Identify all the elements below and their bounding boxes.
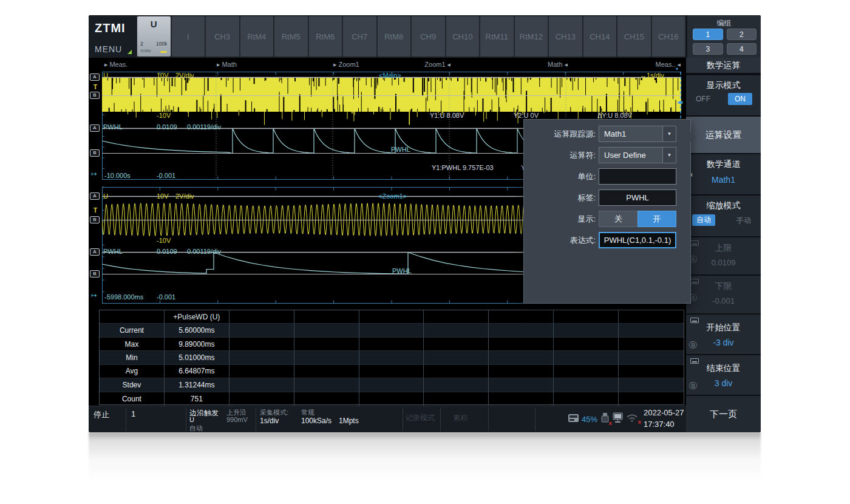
wave3-bottom-scale: -10V	[157, 237, 171, 244]
group-button-4[interactable]: 4	[727, 43, 757, 55]
display-off-button[interactable]: 关	[599, 211, 638, 227]
tab-channel-ch15[interactable]: CH15	[617, 16, 651, 56]
wave4-time-left: -5998.000ms	[104, 293, 143, 301]
sidebar-item-end-position[interactable]: Ⓑ 结束位置 3 div	[686, 355, 761, 395]
display-label: 显示:	[524, 214, 596, 225]
channel-name: U	[137, 19, 171, 29]
table-cell-empty	[424, 365, 489, 378]
tab-channel-ch3[interactable]: CH3	[206, 16, 239, 56]
trigger-marker[interactable]: T	[93, 207, 97, 214]
table-cell-empty	[359, 365, 424, 378]
cursor-a-marker[interactable]: A	[90, 192, 100, 200]
sidebar-item-upper-limit: Ⓐ 上限 0.0109	[686, 237, 761, 274]
expression-input[interactable]: PWHL(C1,0.1,-0.1)	[599, 232, 676, 248]
usb-icon: ×	[600, 412, 610, 426]
tag-input[interactable]: PWHL	[599, 189, 676, 206]
tab-channel-rtm5[interactable]: RtM5	[274, 16, 308, 56]
table-cell-empty	[229, 338, 294, 351]
table-cell-empty	[294, 351, 359, 364]
sidebar-item-start-position[interactable]: Ⓑ 开始位置 -3 div	[686, 315, 761, 354]
unit-input[interactable]	[599, 168, 676, 185]
chevron-down-icon[interactable]: ▼	[662, 126, 676, 141]
table-cell-empty	[294, 378, 359, 392]
tab-channel-rtm6[interactable]: RtM6	[309, 16, 342, 56]
source-value: Math1	[599, 129, 662, 138]
lower-limit-value: -0.001	[686, 296, 761, 305]
tab-channel-ch10[interactable]: CH10	[446, 16, 480, 56]
range-drop-icon[interactable]: ▾	[676, 66, 678, 72]
table-cell-empty	[619, 378, 684, 392]
tab-channel-rtm11[interactable]: RtM11	[480, 16, 514, 56]
sidebar-item-math-setting[interactable]: ◀ 运算设置	[686, 117, 761, 153]
sidebar-item-scale-mode[interactable]: 缩放模式 自动 手动	[686, 196, 761, 236]
tab-channel-ch13[interactable]: CH13	[549, 16, 582, 56]
cursor-b-marker[interactable]: B	[90, 270, 100, 278]
table-cell-empty	[554, 378, 619, 392]
sidebar-item-display-mode[interactable]: 显示模式 OFF ON	[686, 75, 761, 115]
display-mode-off[interactable]: OFF	[696, 95, 710, 103]
wave1-readout-dy: ΔY:U 8.08V	[597, 112, 632, 119]
table-cell-empty	[294, 338, 359, 351]
sidebar-item-next-page[interactable]: 下一页	[686, 396, 761, 432]
wave4-top-scale: 0.0109	[157, 248, 177, 255]
table-cell-empty	[619, 310, 684, 324]
table-row-label: Current	[100, 324, 165, 337]
tab-channel-rtm4[interactable]: RtM4	[240, 16, 274, 56]
trigger-source: U	[189, 416, 194, 423]
table-cell-empty	[424, 351, 489, 364]
table-cell-empty	[229, 310, 294, 324]
zoom-range-handle-icon[interactable]: ◀■	[677, 100, 682, 105]
tab-channel-ch7[interactable]: CH7	[343, 16, 376, 56]
table-row-label: Count	[100, 392, 165, 406]
group-button-2[interactable]: 2	[727, 29, 757, 40]
chevron-down-icon[interactable]: ▼	[662, 148, 676, 163]
operator-select[interactable]: User Define ▼	[599, 147, 676, 163]
tab-channel-u[interactable]: U 2 V/div 100k	[137, 16, 171, 56]
menu-corner-icon	[127, 50, 132, 54]
table-cell-empty	[229, 324, 294, 337]
tab-channel-rtm12[interactable]: RtM12	[515, 16, 548, 56]
cursor-b-marker[interactable]: B	[90, 149, 100, 157]
cursor-a-marker[interactable]: A	[90, 124, 100, 132]
table-cell-empty	[424, 324, 489, 337]
cursor-b-marker[interactable]: B	[90, 92, 100, 99]
tab-channel-i[interactable]: I	[172, 16, 205, 56]
cursor-b-marker[interactable]: B	[90, 216, 100, 223]
group-button-3[interactable]: 3	[693, 43, 723, 55]
end-position-title: 结束位置	[686, 363, 761, 374]
tab-channel-ch16[interactable]: CH16	[652, 16, 685, 56]
scale-mode-manual[interactable]: 手动	[736, 216, 751, 226]
table-cell-empty	[489, 392, 554, 406]
wave2-bottom-scale: -0.001	[157, 172, 175, 179]
source-select[interactable]: Math1 ▼	[599, 126, 676, 142]
table-cell-empty	[554, 365, 619, 378]
cursor-a-marker[interactable]: A	[90, 73, 100, 81]
grouping-buttons: 1234	[693, 29, 756, 55]
sidebar-title: 数学运算	[686, 58, 761, 74]
sidebar-item-math-channel[interactable]: ◀ 数学通道 Math1	[686, 154, 761, 194]
tab-channel-rtm8[interactable]: RtM8	[378, 16, 411, 56]
table-cell-empty	[489, 324, 554, 337]
zone-label-zoom1: ▶ Zoom1	[333, 61, 359, 68]
scale-mode-auto[interactable]: 自动	[692, 214, 715, 226]
table-cell-empty	[424, 378, 489, 392]
table-cell-empty	[229, 392, 294, 406]
zone-label-math: ▶ Math	[217, 61, 237, 68]
display-on-button[interactable]: 开	[638, 211, 677, 227]
channel-tab-strip: U 2 V/div 100k ICH3RtM4RtM5RtM6CH7RtM8CH…	[137, 16, 685, 56]
tab-channel-ch14[interactable]: CH14	[583, 16, 617, 56]
run-state: 停止	[93, 409, 109, 420]
table-cell-value: 9.89000ms	[165, 338, 229, 351]
group-button-1[interactable]: 1	[693, 29, 723, 40]
channel-points: 100k	[156, 41, 167, 47]
display-mode-on[interactable]: ON	[728, 93, 752, 105]
trigger-marker[interactable]: T	[93, 84, 97, 90]
cursor-a-marker[interactable]: A	[90, 248, 100, 256]
trigger-position-icon: ↦	[91, 170, 97, 178]
device-reflection	[89, 432, 761, 481]
tab-channel-ch9[interactable]: CH9	[412, 16, 445, 56]
table-cell-empty	[359, 378, 424, 392]
acq-points: 1Mpts	[339, 417, 359, 425]
math-operation-dialog: 运算跟踪源: Math1 ▼ 运算符: User Define ▼ 单位: 标签…	[523, 119, 691, 304]
menu-button[interactable]: MENU	[95, 44, 122, 54]
